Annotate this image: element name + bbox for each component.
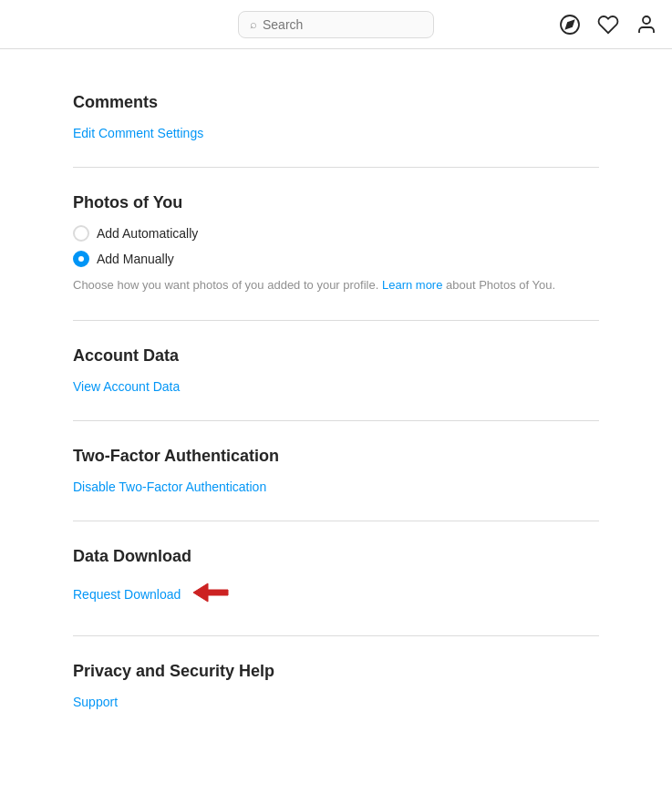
edit-comment-settings-link[interactable]: Edit Comment Settings (73, 126, 203, 140)
add-automatically-radio[interactable] (73, 225, 89, 242)
learn-more-link[interactable]: Learn more (382, 278, 442, 292)
request-download-link[interactable]: Request Download (73, 587, 181, 602)
data-download-title: Data Download (73, 547, 599, 566)
privacy-security-title: Privacy and Security Help (73, 662, 599, 681)
account-data-title: Account Data (73, 346, 599, 366)
search-icon: ⌕ (250, 17, 257, 31)
add-automatically-label: Add Automatically (97, 226, 198, 241)
add-manually-label: Add Manually (97, 252, 174, 266)
description-after: about Photos of You. (442, 278, 555, 292)
disable-two-factor-link[interactable]: Disable Two-Factor Authentication (73, 479, 266, 494)
header-icons (559, 14, 657, 36)
comments-section: Comments Edit Comment Settings (73, 67, 599, 168)
add-manually-radio[interactable] (73, 251, 89, 267)
comments-title: Comments (73, 93, 599, 112)
description-before: Choose how you want photos of you added … (73, 278, 382, 292)
profile-icon[interactable] (636, 14, 657, 36)
main-content: Comments Edit Comment Settings Photos of… (0, 49, 672, 772)
search-bar[interactable]: ⌕ (238, 11, 434, 38)
red-arrow-annotation (190, 579, 232, 610)
account-data-section: Account Data View Account Data (73, 321, 599, 421)
support-link[interactable]: Support (73, 695, 118, 709)
privacy-security-section: Privacy and Security Help Support (73, 636, 599, 736)
view-account-data-link[interactable]: View Account Data (73, 379, 180, 394)
photos-of-you-section: Photos of You Add Automatically Add Manu… (73, 168, 599, 321)
add-automatically-option[interactable]: Add Automatically (73, 225, 599, 242)
photos-description: Choose how you want photos of you added … (73, 276, 599, 294)
heart-icon[interactable] (597, 14, 619, 36)
search-input[interactable] (263, 17, 422, 32)
header: ⌕ (0, 0, 672, 49)
photos-of-you-title: Photos of You (73, 193, 599, 212)
data-download-section: Data Download Request Download (73, 521, 599, 636)
photos-radio-group: Add Automatically Add Manually (73, 225, 599, 267)
two-factor-section: Two-Factor Authentication Disable Two-Fa… (73, 421, 599, 521)
svg-marker-1 (566, 20, 574, 27)
svg-point-2 (643, 16, 650, 24)
svg-marker-3 (193, 583, 228, 602)
add-manually-option[interactable]: Add Manually (73, 251, 599, 267)
two-factor-title: Two-Factor Authentication (73, 447, 599, 466)
compass-icon[interactable] (559, 14, 581, 36)
request-download-container: Request Download (73, 579, 599, 610)
